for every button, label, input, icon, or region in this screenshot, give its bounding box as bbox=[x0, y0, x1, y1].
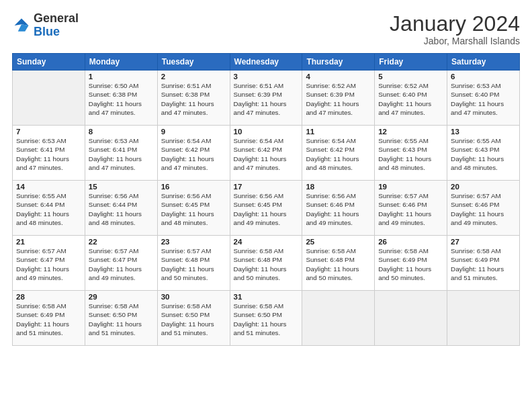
day-number: 31 bbox=[234, 293, 299, 301]
col-tuesday: Tuesday bbox=[157, 54, 230, 71]
day-number: 14 bbox=[16, 183, 81, 191]
day-info: Sunrise: 6:54 AM Sunset: 6:42 PM Dayligh… bbox=[234, 136, 299, 172]
day-number: 19 bbox=[378, 183, 443, 191]
col-saturday: Saturday bbox=[447, 54, 520, 71]
calendar-cell: 15Sunrise: 6:56 AM Sunset: 6:44 PM Dayli… bbox=[85, 181, 157, 236]
day-info: Sunrise: 6:57 AM Sunset: 6:48 PM Dayligh… bbox=[161, 246, 226, 282]
day-number: 27 bbox=[451, 238, 516, 246]
day-info: Sunrise: 6:55 AM Sunset: 6:43 PM Dayligh… bbox=[378, 136, 443, 172]
calendar-cell: 12Sunrise: 6:55 AM Sunset: 6:43 PM Dayli… bbox=[375, 126, 447, 181]
day-number: 9 bbox=[161, 128, 226, 136]
day-number: 3 bbox=[234, 73, 299, 81]
calendar-cell: 10Sunrise: 6:54 AM Sunset: 6:42 PM Dayli… bbox=[230, 126, 302, 181]
day-info: Sunrise: 6:51 AM Sunset: 6:39 PM Dayligh… bbox=[234, 81, 299, 117]
day-number: 6 bbox=[451, 73, 516, 81]
day-info: Sunrise: 6:57 AM Sunset: 6:46 PM Dayligh… bbox=[451, 191, 516, 227]
calendar-cell bbox=[302, 291, 375, 346]
calendar-cell: 8Sunrise: 6:53 AM Sunset: 6:41 PM Daylig… bbox=[85, 126, 157, 181]
day-number: 5 bbox=[378, 73, 443, 81]
day-number: 7 bbox=[16, 128, 81, 136]
day-number: 25 bbox=[306, 238, 371, 246]
calendar-cell: 7Sunrise: 6:53 AM Sunset: 6:41 PM Daylig… bbox=[13, 126, 85, 181]
calendar-cell bbox=[447, 291, 520, 346]
day-info: Sunrise: 6:56 AM Sunset: 6:45 PM Dayligh… bbox=[234, 191, 299, 227]
day-info: Sunrise: 6:57 AM Sunset: 6:47 PM Dayligh… bbox=[16, 246, 81, 282]
day-info: Sunrise: 6:58 AM Sunset: 6:50 PM Dayligh… bbox=[234, 302, 299, 337]
calendar-cell: 25Sunrise: 6:58 AM Sunset: 6:48 PM Dayli… bbox=[302, 236, 375, 291]
logo: General Blue bbox=[12, 12, 79, 39]
day-info: Sunrise: 6:58 AM Sunset: 6:48 PM Dayligh… bbox=[234, 246, 299, 282]
calendar-body: 1Sunrise: 6:50 AM Sunset: 6:38 PM Daylig… bbox=[13, 71, 520, 346]
day-number: 17 bbox=[234, 183, 299, 191]
day-number: 1 bbox=[89, 73, 154, 81]
calendar-cell: 30Sunrise: 6:58 AM Sunset: 6:50 PM Dayli… bbox=[157, 291, 230, 346]
day-number: 4 bbox=[306, 73, 371, 81]
day-number: 16 bbox=[161, 183, 226, 191]
day-number: 15 bbox=[89, 183, 154, 191]
day-info: Sunrise: 6:58 AM Sunset: 6:49 PM Dayligh… bbox=[451, 246, 516, 282]
day-info: Sunrise: 6:58 AM Sunset: 6:50 PM Dayligh… bbox=[89, 302, 154, 337]
calendar-week-0: 1Sunrise: 6:50 AM Sunset: 6:38 PM Daylig… bbox=[13, 71, 520, 126]
calendar-cell: 22Sunrise: 6:57 AM Sunset: 6:47 PM Dayli… bbox=[85, 236, 157, 291]
calendar-cell: 23Sunrise: 6:57 AM Sunset: 6:48 PM Dayli… bbox=[157, 236, 230, 291]
calendar-table: Sunday Monday Tuesday Wednesday Thursday… bbox=[12, 53, 520, 346]
day-info: Sunrise: 6:56 AM Sunset: 6:46 PM Dayligh… bbox=[306, 191, 371, 227]
day-info: Sunrise: 6:58 AM Sunset: 6:49 PM Dayligh… bbox=[16, 302, 81, 337]
day-number: 29 bbox=[89, 293, 154, 301]
day-info: Sunrise: 6:52 AM Sunset: 6:40 PM Dayligh… bbox=[378, 81, 443, 117]
calendar-cell: 21Sunrise: 6:57 AM Sunset: 6:47 PM Dayli… bbox=[13, 236, 85, 291]
day-number: 20 bbox=[451, 183, 516, 191]
calendar-cell: 14Sunrise: 6:55 AM Sunset: 6:44 PM Dayli… bbox=[13, 181, 85, 236]
calendar-week-3: 21Sunrise: 6:57 AM Sunset: 6:47 PM Dayli… bbox=[13, 236, 520, 291]
day-number: 30 bbox=[161, 293, 226, 301]
calendar-cell: 18Sunrise: 6:56 AM Sunset: 6:46 PM Dayli… bbox=[302, 181, 375, 236]
day-info: Sunrise: 6:56 AM Sunset: 6:45 PM Dayligh… bbox=[161, 191, 226, 227]
day-number: 21 bbox=[16, 238, 81, 246]
calendar-cell: 28Sunrise: 6:58 AM Sunset: 6:49 PM Dayli… bbox=[13, 291, 85, 346]
calendar-cell: 27Sunrise: 6:58 AM Sunset: 6:49 PM Dayli… bbox=[447, 236, 520, 291]
header-row: Sunday Monday Tuesday Wednesday Thursday… bbox=[13, 54, 520, 71]
calendar-cell: 17Sunrise: 6:56 AM Sunset: 6:45 PM Dayli… bbox=[230, 181, 302, 236]
calendar-cell bbox=[13, 71, 85, 126]
day-number: 18 bbox=[306, 183, 371, 191]
col-wednesday: Wednesday bbox=[230, 54, 302, 71]
day-number: 26 bbox=[378, 238, 443, 246]
calendar-cell: 1Sunrise: 6:50 AM Sunset: 6:38 PM Daylig… bbox=[85, 71, 157, 126]
col-monday: Monday bbox=[85, 54, 157, 71]
day-number: 24 bbox=[234, 238, 299, 246]
calendar-cell: 16Sunrise: 6:56 AM Sunset: 6:45 PM Dayli… bbox=[157, 181, 230, 236]
col-sunday: Sunday bbox=[13, 54, 85, 71]
day-info: Sunrise: 6:52 AM Sunset: 6:39 PM Dayligh… bbox=[306, 81, 371, 117]
day-number: 10 bbox=[234, 128, 299, 136]
calendar-header: Sunday Monday Tuesday Wednesday Thursday… bbox=[13, 54, 520, 71]
day-number: 2 bbox=[161, 73, 226, 81]
day-info: Sunrise: 6:55 AM Sunset: 6:44 PM Dayligh… bbox=[16, 191, 81, 227]
day-info: Sunrise: 6:58 AM Sunset: 6:49 PM Dayligh… bbox=[378, 246, 443, 282]
day-info: Sunrise: 6:55 AM Sunset: 6:43 PM Dayligh… bbox=[451, 136, 516, 172]
title-block: January 2024 Jabor, Marshall Islands bbox=[390, 12, 520, 46]
calendar-week-4: 28Sunrise: 6:58 AM Sunset: 6:49 PM Dayli… bbox=[13, 291, 520, 346]
day-info: Sunrise: 6:58 AM Sunset: 6:48 PM Dayligh… bbox=[306, 246, 371, 282]
day-number: 13 bbox=[451, 128, 516, 136]
calendar-cell: 5Sunrise: 6:52 AM Sunset: 6:40 PM Daylig… bbox=[375, 71, 447, 126]
calendar-cell: 6Sunrise: 6:53 AM Sunset: 6:40 PM Daylig… bbox=[447, 71, 520, 126]
calendar-cell: 2Sunrise: 6:51 AM Sunset: 6:38 PM Daylig… bbox=[157, 71, 230, 126]
logo-icon bbox=[12, 16, 31, 35]
calendar-cell: 19Sunrise: 6:57 AM Sunset: 6:46 PM Dayli… bbox=[375, 181, 447, 236]
day-info: Sunrise: 6:56 AM Sunset: 6:44 PM Dayligh… bbox=[89, 191, 154, 227]
page: General Blue January 2024 Jabor, Marshal… bbox=[0, 0, 532, 411]
calendar-cell: 9Sunrise: 6:54 AM Sunset: 6:42 PM Daylig… bbox=[157, 126, 230, 181]
header: General Blue January 2024 Jabor, Marshal… bbox=[12, 12, 520, 46]
day-info: Sunrise: 6:58 AM Sunset: 6:50 PM Dayligh… bbox=[161, 302, 226, 337]
calendar-week-1: 7Sunrise: 6:53 AM Sunset: 6:41 PM Daylig… bbox=[13, 126, 520, 181]
col-friday: Friday bbox=[375, 54, 447, 71]
svg-marker-1 bbox=[18, 24, 29, 32]
calendar-cell: 20Sunrise: 6:57 AM Sunset: 6:46 PM Dayli… bbox=[447, 181, 520, 236]
calendar-cell: 31Sunrise: 6:58 AM Sunset: 6:50 PM Dayli… bbox=[230, 291, 302, 346]
day-info: Sunrise: 6:54 AM Sunset: 6:42 PM Dayligh… bbox=[306, 136, 371, 172]
location: Jabor, Marshall Islands bbox=[390, 36, 520, 46]
day-info: Sunrise: 6:53 AM Sunset: 6:40 PM Dayligh… bbox=[451, 81, 516, 117]
month-title: January 2024 bbox=[390, 12, 520, 36]
logo-text: General Blue bbox=[34, 12, 79, 39]
logo-general-text: General bbox=[34, 12, 79, 26]
